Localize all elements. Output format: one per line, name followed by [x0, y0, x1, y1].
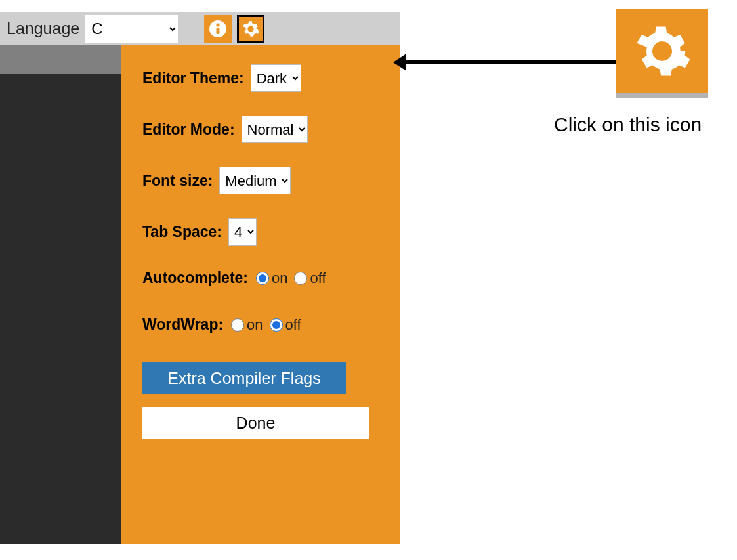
tab-space-label: Tab Space: — [142, 223, 222, 241]
extra-compiler-flags-button[interactable]: Extra Compiler Flags — [142, 362, 346, 394]
wordwrap-on-text: on — [247, 316, 263, 334]
font-size-label: Font size: — [142, 172, 213, 190]
autocomplete-on-text: on — [272, 270, 287, 287]
settings-icon-button[interactable] — [237, 15, 264, 43]
autocomplete-label: Autocomplete: — [142, 269, 248, 287]
toolbar: Language C — [0, 12, 400, 45]
done-button[interactable]: Done — [142, 407, 369, 439]
editor-mode-select[interactable]: Normal — [242, 116, 308, 143]
svg-rect-2 — [217, 28, 220, 34]
callout-arrow — [404, 60, 616, 64]
svg-point-1 — [217, 23, 220, 26]
gear-icon — [242, 20, 260, 38]
editor-mode-label: Editor Mode: — [142, 121, 235, 139]
autocomplete-on-radio[interactable] — [256, 272, 269, 285]
autocomplete-off-radio[interactable] — [294, 272, 307, 285]
info-icon — [209, 20, 227, 38]
editor-theme-label: Editor Theme: — [142, 70, 244, 87]
editor-theme-select[interactable]: Dark — [251, 64, 301, 92]
wordwrap-label: WordWrap: — [142, 316, 223, 334]
language-label: Language — [7, 19, 79, 38]
language-select[interactable]: C — [85, 15, 178, 43]
wordwrap-on-radio[interactable] — [231, 318, 244, 332]
tab-space-select[interactable]: 4 — [228, 218, 257, 246]
settings-popup: Editor Theme: Dark Editor Mode: Normal F… — [121, 45, 400, 544]
font-size-select[interactable]: Medium — [219, 167, 291, 194]
info-icon-button[interactable] — [204, 15, 232, 43]
gear-icon — [633, 22, 692, 81]
callout-text: Click on this icon — [554, 114, 702, 136]
callout-gear-image — [616, 9, 708, 93]
autocomplete-off-text: off — [310, 270, 326, 287]
wordwrap-off-radio[interactable] — [270, 318, 283, 332]
wordwrap-off-text: off — [285, 316, 301, 334]
